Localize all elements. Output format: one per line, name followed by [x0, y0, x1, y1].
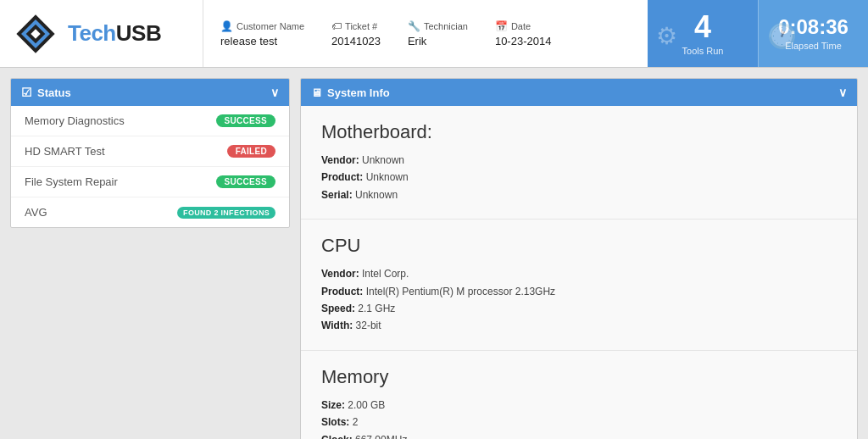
ticket-label: Ticket # [331, 20, 381, 32]
info-field-label: Vendor: [321, 268, 362, 280]
system-info-panel: System Info ∨ Motherboard:Vendor: Unknow… [300, 78, 858, 439]
info-field-label: Vendor: [321, 154, 362, 166]
info-field-label: Width: [321, 320, 356, 331]
info-field-value: 2.00 GB [348, 399, 385, 411]
customer-name-label: Customer Name [220, 20, 304, 32]
system-info-section-cpu: CPUVendor: Intel Corp.Product: Intel(R) … [301, 220, 857, 351]
info-field-value: Unknown [366, 171, 409, 183]
elapsed-time-label: Elapsed Time [785, 41, 842, 51]
info-field-value: Unknown [355, 189, 398, 201]
info-field-label: Speed: [321, 303, 358, 314]
info-field-value: Unknown [362, 154, 404, 166]
info-field-label: Slots: [321, 416, 353, 428]
system-info-title: System Info [327, 86, 390, 99]
logo-text-usb: USB [116, 20, 161, 46]
info-row: Product: Unknown [321, 169, 837, 186]
info-field-value: 32-bit [356, 320, 381, 331]
technician-label: Technician [408, 20, 468, 32]
ticket-value: 20141023 [331, 35, 381, 47]
status-panel-header: Status ∨ [11, 79, 289, 106]
main-content: Status ∨ Memory DiagnosticsSUCCESSHD SMA… [0, 68, 868, 439]
right-panel: System Info ∨ Motherboard:Vendor: Unknow… [300, 78, 858, 439]
status-icon [21, 86, 32, 99]
status-badge: SUCCESS [216, 114, 275, 127]
info-field-label: Clock: [321, 434, 355, 439]
ticket-icon [331, 20, 342, 32]
status-list: Memory DiagnosticsSUCCESSHD SMART TestFA… [11, 106, 289, 227]
status-item: Memory DiagnosticsSUCCESS [11, 106, 289, 136]
elapsed-time-box: 0:08:36 Elapsed Time [758, 0, 868, 67]
info-field-value: Intel(R) Pentium(R) M processor 2.13GHz [366, 286, 555, 297]
date-label: Date [495, 20, 552, 32]
info-row: Width: 32-bit [321, 317, 837, 334]
info-field-label: Size: [321, 399, 348, 411]
section-title-cpu: CPU [321, 235, 837, 257]
wrench-icon [408, 20, 420, 32]
status-panel: Status ∨ Memory DiagnosticsSUCCESSHD SMA… [10, 78, 290, 228]
info-field-value: Intel Corp. [362, 268, 409, 280]
technician-value: Erik [408, 35, 468, 47]
meta-area: Customer Name release test Ticket # 2014… [203, 0, 648, 67]
technician-field: Technician Erik [408, 20, 468, 47]
system-info-section-memory: MemorySize: 2.00 GBSlots: 2Clock: 667.00… [301, 351, 857, 439]
info-row: Size: 2.00 GB [321, 397, 837, 414]
logo-text: TechUSB [68, 20, 161, 47]
system-info-chevron[interactable]: ∨ [838, 86, 847, 99]
info-field-value: 667.00MHz [355, 434, 407, 439]
info-field-value: 2.1 GHz [358, 303, 395, 314]
date-field: Date 10-23-2014 [495, 20, 552, 47]
status-item-name: File System Repair [25, 175, 118, 188]
info-row: Product: Intel(R) Pentium(R) M processor… [321, 283, 837, 300]
info-row: Speed: 2.1 GHz [321, 300, 837, 317]
info-row: Vendor: Unknown [321, 152, 837, 169]
info-row: Vendor: Intel Corp. [321, 265, 837, 282]
ticket-field: Ticket # 20141023 [331, 20, 381, 47]
info-row: Serial: Unknown [321, 186, 837, 203]
system-info-sections: Motherboard:Vendor: UnknownProduct: Unkn… [301, 106, 857, 439]
status-header-left: Status [21, 86, 71, 99]
status-badge: FOUND 2 INFECTIONS [177, 207, 275, 219]
info-field-label: Serial: [321, 189, 355, 201]
user-icon [220, 20, 233, 32]
logo-area: TechUSB [0, 0, 203, 67]
info-field-value: 2 [353, 416, 359, 428]
tools-run-label: Tools Run [682, 46, 724, 56]
status-item-name: AVG [25, 206, 47, 219]
customer-name-field: Customer Name release test [220, 20, 304, 47]
status-panel-chevron[interactable]: ∨ [270, 86, 279, 99]
info-row: Clock: 667.00MHz [321, 431, 837, 439]
calendar-icon [495, 20, 508, 32]
date-value: 10-23-2014 [495, 35, 552, 47]
status-panel-title: Status [37, 86, 71, 99]
tools-run-box: 4 Tools Run [648, 0, 758, 67]
system-info-header: System Info ∨ [301, 79, 857, 106]
header: TechUSB Customer Name release test Ticke… [0, 0, 868, 68]
gear-icon [656, 16, 677, 52]
section-title-motherboard: Motherboard: [321, 121, 837, 143]
logo-icon [14, 12, 58, 56]
status-item-name: Memory Diagnostics [25, 114, 125, 127]
sysinfo-header-left: System Info [311, 86, 390, 99]
system-info-section-motherboard: Motherboard:Vendor: UnknownProduct: Unkn… [301, 106, 857, 220]
status-badge: FAILED [227, 145, 275, 158]
status-badge: SUCCESS [216, 175, 275, 188]
customer-name-value: release test [220, 35, 304, 47]
app-root: TechUSB Customer Name release test Ticke… [0, 0, 868, 439]
tools-run-number: 4 [694, 12, 711, 42]
info-field-label: Product: [321, 171, 366, 183]
section-title-memory: Memory [321, 366, 837, 388]
monitor-icon [311, 86, 322, 99]
left-panel: Status ∨ Memory DiagnosticsSUCCESSHD SMA… [10, 78, 290, 439]
info-row: Slots: 2 [321, 414, 837, 431]
stats-area: 4 Tools Run 0:08:36 Elapsed Time [648, 0, 868, 67]
status-item: HD SMART TestFAILED [11, 136, 289, 167]
logo-text-tech: Tech [68, 20, 116, 46]
info-field-label: Product: [321, 286, 366, 297]
status-item: AVGFOUND 2 INFECTIONS [11, 197, 289, 227]
status-item-name: HD SMART Test [25, 145, 105, 158]
status-item: File System RepairSUCCESS [11, 167, 289, 197]
